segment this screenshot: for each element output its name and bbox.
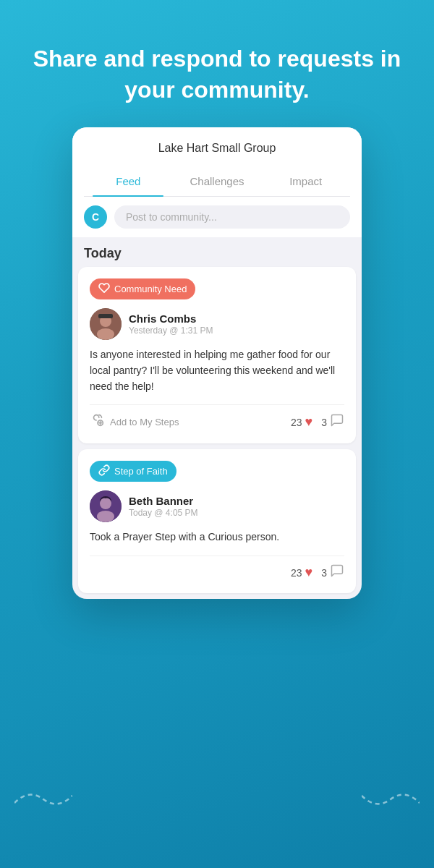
- badge-step-of-faith: Step of Faith: [90, 461, 176, 482]
- post-author-row-2: Beth Banner Today @ 4:05 PM: [90, 490, 344, 522]
- add-steps-icon-1: [90, 412, 106, 432]
- svg-point-10: [97, 511, 114, 522]
- svg-point-9: [100, 498, 111, 509]
- post-body-1: Is anyone interested in helping me gathe…: [90, 347, 344, 394]
- post-time-chris: Yesterday @ 1:31 PM: [129, 326, 213, 336]
- comment-icon-2: [330, 563, 344, 582]
- like-reaction-2[interactable]: 23 ♥: [291, 565, 312, 580]
- comment-count-2: 3: [321, 567, 327, 579]
- post-body-2: Took a Prayer Step with a Curious person…: [90, 529, 344, 545]
- add-steps-label-1: Add to My Steps: [110, 417, 179, 427]
- like-count-2: 23: [291, 567, 302, 579]
- hero-section: Share and respond to requests in your co…: [0, 0, 434, 127]
- add-to-steps-btn-1[interactable]: Add to My Steps: [90, 412, 282, 432]
- post-time-beth: Today @ 4:05 PM: [129, 508, 198, 518]
- svg-point-2: [97, 328, 114, 340]
- comment-count-1: 3: [321, 417, 327, 428]
- post-input[interactable]: Post to community...: [114, 205, 350, 229]
- author-info-chris: Chris Combs Yesterday @ 1:31 PM: [129, 312, 213, 336]
- post-author-row-1: Chris Combs Yesterday @ 1:31 PM: [90, 308, 344, 340]
- section-today-label: Today: [72, 237, 362, 267]
- badge-step-of-faith-label: Step of Faith: [114, 466, 168, 477]
- main-card: Lake Hart Small Group Feed Challenges Im…: [72, 127, 362, 599]
- post-actions-1: Add to My Steps 23 ♥ 3: [90, 404, 344, 432]
- hero-title: Share and respond to requests in your co…: [29, 43, 405, 106]
- like-reaction-1[interactable]: 23 ♥: [291, 414, 312, 430]
- author-avatar-beth: [90, 490, 122, 522]
- svg-rect-4: [98, 314, 113, 318]
- tab-feed[interactable]: Feed: [84, 166, 173, 196]
- heart-icon-2: ♥: [305, 565, 313, 580]
- like-count-1: 23: [291, 417, 302, 428]
- comment-reaction-1[interactable]: 3: [321, 413, 344, 431]
- tabs-bar: Feed Challenges Impact: [84, 166, 350, 197]
- comment-reaction-2[interactable]: 3: [321, 563, 344, 582]
- community-need-icon: [98, 282, 110, 296]
- author-name-beth: Beth Banner: [129, 495, 198, 507]
- card-title: Lake Hart Small Group: [84, 142, 350, 166]
- heart-icon-1: ♥: [305, 414, 313, 430]
- feed-card-1: Community Need Chris Combs: [78, 267, 356, 443]
- comment-icon-1: [330, 413, 344, 431]
- author-avatar-chris: [90, 308, 122, 340]
- card-header: Lake Hart Small Group Feed Challenges Im…: [72, 127, 362, 197]
- post-actions-2: 23 ♥ 3: [90, 556, 344, 582]
- hero-text-block: Share and respond to requests in your co…: [0, 0, 434, 127]
- tab-impact[interactable]: Impact: [261, 166, 350, 196]
- dashes-right: [362, 781, 420, 810]
- author-info-beth: Beth Banner Today @ 4:05 PM: [129, 495, 198, 518]
- dashes-left: [14, 781, 72, 810]
- author-name-chris: Chris Combs: [129, 312, 213, 325]
- tab-challenges[interactable]: Challenges: [173, 166, 262, 196]
- step-of-faith-icon: [98, 464, 110, 478]
- badge-community-need: Community Need: [90, 278, 195, 299]
- current-user-avatar: C: [84, 205, 107, 229]
- post-input-area: C Post to community...: [72, 197, 362, 237]
- feed-card-2: Step of Faith Beth Banner Today @ 4:05 P…: [78, 449, 356, 593]
- badge-community-need-label: Community Need: [114, 284, 187, 294]
